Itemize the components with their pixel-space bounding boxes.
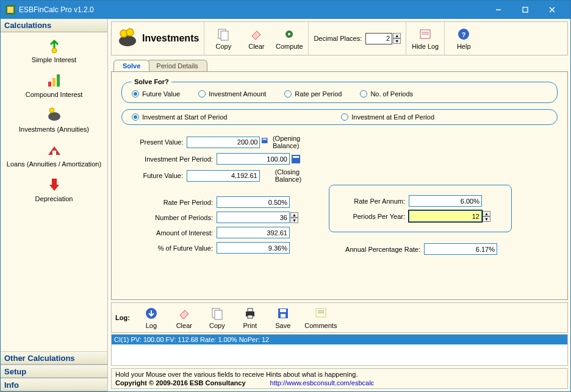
down-arrow-icon xyxy=(46,176,63,193)
log-button[interactable]: Log xyxy=(135,303,168,332)
svg-rect-13 xyxy=(52,179,57,185)
nav-simple-interest[interactable]: Simple Interest xyxy=(1,35,107,69)
ppy-input[interactable] xyxy=(409,210,482,222)
svg-rect-7 xyxy=(48,82,51,87)
svg-point-16 xyxy=(126,29,134,36)
log-icon xyxy=(418,27,432,41)
log-copy-button[interactable]: Copy xyxy=(201,303,234,332)
solve-for-group: Solve For? Future Value Investment Amoun… xyxy=(121,78,558,103)
ppy-spinner[interactable]: ▲▼ xyxy=(483,211,490,222)
svg-rect-3 xyxy=(523,7,528,12)
hidelog-button[interactable]: Hide Log xyxy=(409,24,442,53)
nav-compound-interest[interactable]: Compound Interest xyxy=(1,69,107,104)
calc-icon[interactable] xyxy=(292,155,300,163)
nper-input[interactable] xyxy=(217,212,290,223)
nav-loans[interactable]: Loans (Annuities / Amortization) xyxy=(1,139,107,174)
titlebar: ESBFinCalc Pro v1.2.0 xyxy=(1,1,570,19)
status-hint: Hold your Mouse over the various fields … xyxy=(115,371,564,378)
bar-chart-icon xyxy=(46,72,63,89)
rpa-input[interactable] xyxy=(409,195,482,207)
radio-start-of-period[interactable]: Investment at Start of Period xyxy=(132,113,323,121)
tab-solve[interactable]: Solve xyxy=(113,60,149,71)
calc-icon[interactable] xyxy=(262,138,267,146)
window-title: ESBFinCalc Pro v1.2.0 xyxy=(19,5,485,14)
nav-label: Depreciation xyxy=(2,195,106,202)
close-button[interactable] xyxy=(539,1,566,19)
toolbar: Investments Copy Clear Compute Decimal P… xyxy=(111,21,568,55)
loan-icon xyxy=(46,141,63,159)
log-entry[interactable]: CI(1) PV: 100.00 FV: 112.68 Rate: 1.00% … xyxy=(112,335,567,344)
copyright-text: Copyright © 2009-2016 ESB Consultancy xyxy=(115,379,246,387)
sidebar-setup[interactable]: Setup xyxy=(1,365,107,378)
toolbar-title: Investments xyxy=(142,33,199,44)
decimal-spinner[interactable]: ▲▼ xyxy=(393,33,401,44)
aoi-label: Amount of Interest: xyxy=(121,229,213,237)
sidebar-info[interactable]: Info xyxy=(1,378,107,391)
log-print-button[interactable]: Print xyxy=(234,303,267,332)
svg-rect-32 xyxy=(215,310,222,319)
sidebar: Calculations Simple Interest Compound In… xyxy=(1,19,108,391)
piggy-icon xyxy=(46,107,63,124)
compute-button[interactable]: Compute xyxy=(273,24,306,53)
rpa-label: Rate Per Annum: xyxy=(338,198,405,205)
log-listbox[interactable]: CI(1) PV: 100.00 FV: 112.68 Rate: 1.00% … xyxy=(111,334,568,366)
nav-label: Investments (Annuities) xyxy=(2,126,106,133)
floppy-icon xyxy=(276,307,290,320)
decimal-section: Decimal Places: ▲▼ xyxy=(309,22,406,55)
svg-rect-35 xyxy=(248,315,253,318)
tab-period-details[interactable]: Period Details xyxy=(147,60,207,71)
apr-input[interactable] xyxy=(424,243,497,255)
clear-button[interactable]: Clear xyxy=(240,24,273,53)
sidebar-other[interactable]: Other Calculations xyxy=(1,351,107,365)
help-icon: ? xyxy=(457,27,470,41)
log-clear-button[interactable]: Clear xyxy=(168,303,201,332)
rpp-input[interactable] xyxy=(217,196,290,208)
svg-rect-37 xyxy=(280,309,286,312)
nper-spinner[interactable]: ▲▼ xyxy=(290,212,298,223)
investments-icon xyxy=(117,27,138,49)
svg-rect-1 xyxy=(7,7,13,13)
pofv-input[interactable] xyxy=(217,242,290,254)
nav-label: Simple Interest xyxy=(2,56,106,63)
radio-no-of-periods[interactable]: No. of Periods xyxy=(360,90,413,98)
apr-label: Annual Percentage Rate: xyxy=(329,246,420,253)
status-bar: Hold your Mouse over the various fields … xyxy=(111,368,568,389)
svg-rect-9 xyxy=(57,74,60,87)
tabstrip: Solve Period Details xyxy=(113,58,568,71)
radio-investment-amount[interactable]: Investment Amount xyxy=(198,90,266,98)
nav-label: Loans (Annuities / Amortization) xyxy=(2,160,106,168)
client-area: Calculations Simple Interest Compound In… xyxy=(1,19,570,391)
main-panel: Investments Copy Clear Compute Decimal P… xyxy=(108,19,570,391)
note-icon xyxy=(314,307,328,320)
fv-input[interactable] xyxy=(187,170,260,182)
pofv-label: % of Future Value: xyxy=(121,244,213,252)
ipp-input[interactable] xyxy=(217,153,290,165)
maximize-button[interactable] xyxy=(512,1,539,19)
svg-text:?: ? xyxy=(462,31,466,38)
svg-rect-38 xyxy=(281,314,286,318)
svg-rect-8 xyxy=(52,78,56,87)
decimal-label: Decimal Places: xyxy=(314,35,362,42)
pv-input[interactable] xyxy=(187,137,260,148)
svg-point-11 xyxy=(49,108,54,113)
aoi-input[interactable] xyxy=(217,227,290,238)
radio-end-of-period[interactable]: Investment at End of Period xyxy=(341,113,532,121)
copy-icon xyxy=(217,27,230,41)
log-save-button[interactable]: Save xyxy=(267,303,300,332)
log-comments-button[interactable]: Comments xyxy=(300,303,342,332)
nav-depreciation[interactable]: Depreciation xyxy=(1,174,107,208)
pv-label: Present Value: xyxy=(121,138,183,146)
decimal-input[interactable] xyxy=(365,33,392,45)
fv-label: Future Value: xyxy=(121,172,183,179)
eraser-icon xyxy=(178,307,191,320)
log-toolbar: Log: Log Clear Copy Print Save Comments xyxy=(111,302,568,333)
down-circle-icon xyxy=(145,307,158,320)
help-button[interactable]: ?Help xyxy=(447,24,480,53)
website-link[interactable]: http://www.esbconsult.com/esbcalc xyxy=(270,379,375,387)
minimize-button[interactable] xyxy=(485,1,512,19)
nav-investments[interactable]: Investments (Annuities) xyxy=(1,104,107,139)
printer-icon xyxy=(243,307,257,320)
radio-rate-per-period[interactable]: Rate per Period xyxy=(284,90,342,98)
copy-button[interactable]: Copy xyxy=(207,24,240,53)
radio-future-value[interactable]: Future Value xyxy=(132,90,180,98)
